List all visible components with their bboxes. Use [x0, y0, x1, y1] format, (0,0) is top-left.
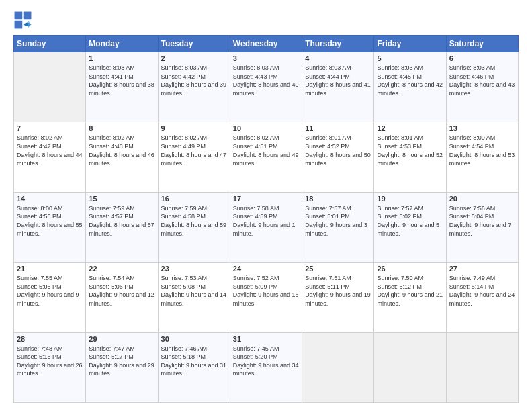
calendar-week-row: 7Sunrise: 8:02 AMSunset: 4:47 PMDaylight… — [14, 122, 519, 192]
cell-info: Sunrise: 8:03 AMSunset: 4:42 PMDaylight:… — [161, 64, 227, 97]
header-monday: Monday — [86, 36, 158, 52]
cell-info: Sunrise: 7:58 AMSunset: 4:59 PMDaylight:… — [233, 204, 299, 238]
header-sunday: Sunday — [14, 36, 86, 52]
calendar-cell: 28Sunrise: 7:48 AMSunset: 5:15 PMDayligh… — [14, 332, 86, 402]
day-number: 19 — [377, 195, 443, 203]
cell-info: Sunrise: 7:54 AMSunset: 5:06 PMDaylight:… — [89, 274, 154, 308]
day-number: 4 — [305, 54, 371, 62]
cell-info: Sunrise: 8:01 AMSunset: 4:52 PMDaylight:… — [305, 134, 371, 167]
cell-info: Sunrise: 7:49 AMSunset: 5:14 PMDaylight:… — [449, 274, 515, 308]
calendar-cell: 18Sunrise: 7:57 AMSunset: 5:01 PMDayligh… — [302, 192, 374, 262]
day-number: 2 — [161, 54, 227, 62]
calendar-cell: 30Sunrise: 7:46 AMSunset: 5:18 PMDayligh… — [158, 332, 230, 402]
svg-rect-1 — [15, 12, 23, 20]
calendar-cell — [302, 332, 374, 402]
logo — [13, 11, 35, 30]
calendar-cell: 14Sunrise: 8:00 AMSunset: 4:56 PMDayligh… — [14, 192, 86, 262]
day-number: 23 — [161, 265, 227, 273]
cell-info: Sunrise: 8:02 AMSunset: 4:51 PMDaylight:… — [233, 134, 299, 167]
day-number: 24 — [233, 265, 299, 273]
cell-info: Sunrise: 8:03 AMSunset: 4:41 PMDaylight:… — [89, 64, 154, 97]
logo-icon — [13, 11, 32, 30]
calendar-cell: 19Sunrise: 7:57 AMSunset: 5:02 PMDayligh… — [374, 192, 446, 262]
day-number: 7 — [17, 124, 83, 132]
cell-info: Sunrise: 8:01 AMSunset: 4:53 PMDaylight:… — [377, 134, 443, 167]
cell-info: Sunrise: 7:59 AMSunset: 4:57 PMDaylight:… — [89, 204, 154, 238]
cell-info: Sunrise: 7:52 AMSunset: 5:09 PMDaylight:… — [233, 274, 299, 308]
cell-info: Sunrise: 7:50 AMSunset: 5:12 PMDaylight:… — [377, 274, 443, 308]
day-number: 6 — [449, 54, 515, 62]
svg-rect-2 — [24, 12, 32, 20]
calendar-cell — [446, 332, 518, 402]
day-number: 16 — [161, 195, 227, 203]
cell-info: Sunrise: 7:53 AMSunset: 5:08 PMDaylight:… — [161, 274, 227, 308]
cell-info: Sunrise: 7:48 AMSunset: 5:15 PMDaylight:… — [17, 345, 83, 378]
cell-info: Sunrise: 7:47 AMSunset: 5:17 PMDaylight:… — [89, 345, 154, 378]
calendar-cell: 8Sunrise: 8:02 AMSunset: 4:48 PMDaylight… — [86, 122, 158, 192]
page: Sunday Monday Tuesday Wednesday Thursday… — [0, 0, 532, 411]
day-number: 9 — [161, 124, 227, 132]
day-number: 11 — [305, 124, 371, 132]
day-number: 15 — [89, 195, 154, 203]
cell-info: Sunrise: 7:55 AMSunset: 5:05 PMDaylight:… — [17, 274, 83, 308]
day-number: 12 — [377, 124, 443, 132]
calendar-cell: 3Sunrise: 8:03 AMSunset: 4:43 PMDaylight… — [230, 52, 302, 122]
calendar-table: Sunday Monday Tuesday Wednesday Thursday… — [13, 35, 519, 403]
cell-info: Sunrise: 8:00 AMSunset: 4:56 PMDaylight:… — [17, 204, 83, 238]
day-number: 5 — [377, 54, 443, 62]
cell-info: Sunrise: 8:03 AMSunset: 4:45 PMDaylight:… — [377, 64, 443, 97]
calendar-cell: 22Sunrise: 7:54 AMSunset: 5:06 PMDayligh… — [86, 263, 158, 332]
calendar-cell: 9Sunrise: 8:02 AMSunset: 4:49 PMDaylight… — [158, 122, 230, 192]
calendar-cell: 6Sunrise: 8:03 AMSunset: 4:46 PMDaylight… — [446, 52, 518, 122]
day-number: 3 — [233, 54, 299, 62]
header-saturday: Saturday — [446, 36, 518, 52]
day-number: 18 — [305, 195, 371, 203]
cell-info: Sunrise: 8:03 AMSunset: 4:44 PMDaylight:… — [305, 64, 371, 97]
calendar-cell: 7Sunrise: 8:02 AMSunset: 4:47 PMDaylight… — [14, 122, 86, 192]
day-number: 20 — [449, 195, 515, 203]
cell-info: Sunrise: 7:56 AMSunset: 5:04 PMDaylight:… — [449, 204, 515, 238]
cell-info: Sunrise: 8:03 AMSunset: 4:43 PMDaylight:… — [233, 64, 299, 97]
calendar-cell: 12Sunrise: 8:01 AMSunset: 4:53 PMDayligh… — [374, 122, 446, 192]
calendar-week-row: 21Sunrise: 7:55 AMSunset: 5:05 PMDayligh… — [14, 263, 519, 332]
cell-info: Sunrise: 8:03 AMSunset: 4:46 PMDaylight:… — [449, 64, 515, 97]
day-number: 30 — [161, 335, 227, 343]
calendar-week-row: 1Sunrise: 8:03 AMSunset: 4:41 PMDaylight… — [14, 52, 519, 122]
cell-info: Sunrise: 7:57 AMSunset: 5:01 PMDaylight:… — [305, 204, 371, 238]
cell-info: Sunrise: 7:46 AMSunset: 5:18 PMDaylight:… — [161, 345, 227, 378]
calendar-cell: 25Sunrise: 7:51 AMSunset: 5:11 PMDayligh… — [302, 263, 374, 332]
cell-info: Sunrise: 7:45 AMSunset: 5:20 PMDaylight:… — [233, 345, 299, 378]
calendar-cell: 15Sunrise: 7:59 AMSunset: 4:57 PMDayligh… — [86, 192, 158, 262]
header-friday: Friday — [374, 36, 446, 52]
calendar-cell — [14, 52, 86, 122]
calendar-cell: 27Sunrise: 7:49 AMSunset: 5:14 PMDayligh… — [446, 263, 518, 332]
day-number: 21 — [17, 265, 83, 273]
day-number: 26 — [377, 265, 443, 273]
cell-info: Sunrise: 8:02 AMSunset: 4:49 PMDaylight:… — [161, 134, 227, 167]
calendar-cell: 20Sunrise: 7:56 AMSunset: 5:04 PMDayligh… — [446, 192, 518, 262]
svg-rect-3 — [15, 21, 23, 29]
day-number: 29 — [89, 335, 154, 343]
cell-info: Sunrise: 8:00 AMSunset: 4:54 PMDaylight:… — [449, 134, 515, 167]
weekday-header-row: Sunday Monday Tuesday Wednesday Thursday… — [14, 36, 519, 52]
calendar-cell: 13Sunrise: 8:00 AMSunset: 4:54 PMDayligh… — [446, 122, 518, 192]
header-tuesday: Tuesday — [158, 36, 230, 52]
calendar-cell: 23Sunrise: 7:53 AMSunset: 5:08 PMDayligh… — [158, 263, 230, 332]
calendar-cell: 11Sunrise: 8:01 AMSunset: 4:52 PMDayligh… — [302, 122, 374, 192]
calendar-cell: 24Sunrise: 7:52 AMSunset: 5:09 PMDayligh… — [230, 263, 302, 332]
day-number: 17 — [233, 195, 299, 203]
calendar-cell: 4Sunrise: 8:03 AMSunset: 4:44 PMDaylight… — [302, 52, 374, 122]
header-thursday: Thursday — [302, 36, 374, 52]
cell-info: Sunrise: 8:02 AMSunset: 4:48 PMDaylight:… — [89, 134, 154, 167]
calendar-cell: 16Sunrise: 7:59 AMSunset: 4:58 PMDayligh… — [158, 192, 230, 262]
day-number: 13 — [449, 124, 515, 132]
calendar-cell: 17Sunrise: 7:58 AMSunset: 4:59 PMDayligh… — [230, 192, 302, 262]
calendar-cell: 10Sunrise: 8:02 AMSunset: 4:51 PMDayligh… — [230, 122, 302, 192]
calendar-cell: 31Sunrise: 7:45 AMSunset: 5:20 PMDayligh… — [230, 332, 302, 402]
calendar-cell: 2Sunrise: 8:03 AMSunset: 4:42 PMDaylight… — [158, 52, 230, 122]
day-number: 31 — [233, 335, 299, 343]
day-number: 14 — [17, 195, 83, 203]
day-number: 28 — [17, 335, 83, 343]
calendar-week-row: 14Sunrise: 8:00 AMSunset: 4:56 PMDayligh… — [14, 192, 519, 262]
day-number: 1 — [89, 54, 154, 62]
